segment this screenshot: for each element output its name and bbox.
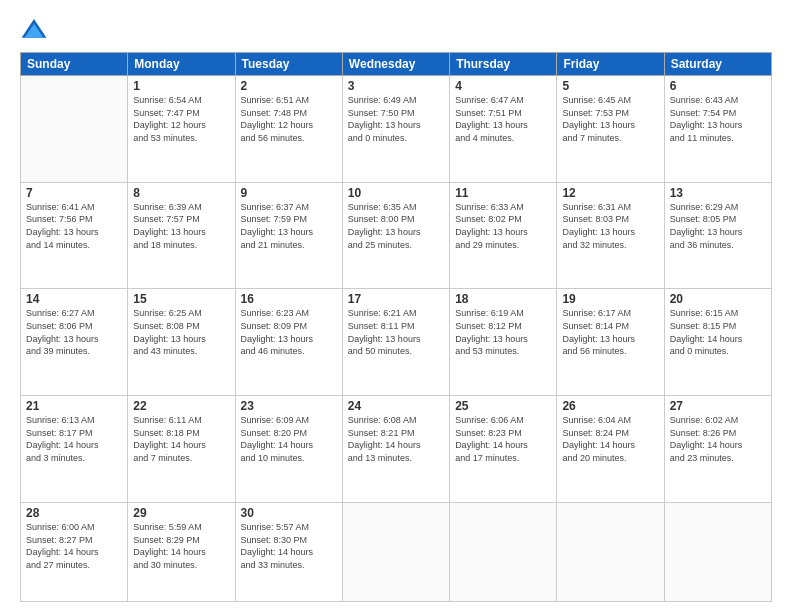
logo (20, 16, 52, 44)
day-number: 23 (241, 399, 337, 413)
day-cell: 20Sunrise: 6:15 AM Sunset: 8:15 PM Dayli… (664, 289, 771, 396)
day-cell (664, 502, 771, 601)
header-row: SundayMondayTuesdayWednesdayThursdayFrid… (21, 53, 772, 76)
day-info: Sunrise: 5:57 AM Sunset: 8:30 PM Dayligh… (241, 521, 337, 571)
calendar-body: 1Sunrise: 6:54 AM Sunset: 7:47 PM Daylig… (21, 76, 772, 602)
day-number: 5 (562, 79, 658, 93)
day-cell: 23Sunrise: 6:09 AM Sunset: 8:20 PM Dayli… (235, 396, 342, 503)
day-cell: 26Sunrise: 6:04 AM Sunset: 8:24 PM Dayli… (557, 396, 664, 503)
day-number: 12 (562, 186, 658, 200)
day-number: 7 (26, 186, 122, 200)
day-cell: 12Sunrise: 6:31 AM Sunset: 8:03 PM Dayli… (557, 182, 664, 289)
day-info: Sunrise: 6:11 AM Sunset: 8:18 PM Dayligh… (133, 414, 229, 464)
day-info: Sunrise: 6:31 AM Sunset: 8:03 PM Dayligh… (562, 201, 658, 251)
day-cell: 14Sunrise: 6:27 AM Sunset: 8:06 PM Dayli… (21, 289, 128, 396)
day-cell: 2Sunrise: 6:51 AM Sunset: 7:48 PM Daylig… (235, 76, 342, 183)
day-number: 6 (670, 79, 766, 93)
day-number: 3 (348, 79, 444, 93)
day-number: 20 (670, 292, 766, 306)
day-cell: 30Sunrise: 5:57 AM Sunset: 8:30 PM Dayli… (235, 502, 342, 601)
day-number: 29 (133, 506, 229, 520)
day-info: Sunrise: 6:49 AM Sunset: 7:50 PM Dayligh… (348, 94, 444, 144)
day-cell: 6Sunrise: 6:43 AM Sunset: 7:54 PM Daylig… (664, 76, 771, 183)
day-number: 17 (348, 292, 444, 306)
day-cell: 1Sunrise: 6:54 AM Sunset: 7:47 PM Daylig… (128, 76, 235, 183)
col-header-thursday: Thursday (450, 53, 557, 76)
day-info: Sunrise: 6:08 AM Sunset: 8:21 PM Dayligh… (348, 414, 444, 464)
day-cell: 4Sunrise: 6:47 AM Sunset: 7:51 PM Daylig… (450, 76, 557, 183)
day-number: 21 (26, 399, 122, 413)
day-number: 2 (241, 79, 337, 93)
day-number: 22 (133, 399, 229, 413)
col-header-tuesday: Tuesday (235, 53, 342, 76)
col-header-monday: Monday (128, 53, 235, 76)
day-cell: 3Sunrise: 6:49 AM Sunset: 7:50 PM Daylig… (342, 76, 449, 183)
day-number: 11 (455, 186, 551, 200)
day-cell: 15Sunrise: 6:25 AM Sunset: 8:08 PM Dayli… (128, 289, 235, 396)
day-cell: 24Sunrise: 6:08 AM Sunset: 8:21 PM Dayli… (342, 396, 449, 503)
day-number: 24 (348, 399, 444, 413)
week-row-5: 28Sunrise: 6:00 AM Sunset: 8:27 PM Dayli… (21, 502, 772, 601)
day-info: Sunrise: 6:45 AM Sunset: 7:53 PM Dayligh… (562, 94, 658, 144)
col-header-sunday: Sunday (21, 53, 128, 76)
day-cell: 18Sunrise: 6:19 AM Sunset: 8:12 PM Dayli… (450, 289, 557, 396)
day-info: Sunrise: 6:00 AM Sunset: 8:27 PM Dayligh… (26, 521, 122, 571)
day-info: Sunrise: 6:35 AM Sunset: 8:00 PM Dayligh… (348, 201, 444, 251)
day-number: 1 (133, 79, 229, 93)
day-cell: 17Sunrise: 6:21 AM Sunset: 8:11 PM Dayli… (342, 289, 449, 396)
day-cell: 22Sunrise: 6:11 AM Sunset: 8:18 PM Dayli… (128, 396, 235, 503)
day-cell: 11Sunrise: 6:33 AM Sunset: 8:02 PM Dayli… (450, 182, 557, 289)
day-info: Sunrise: 6:13 AM Sunset: 8:17 PM Dayligh… (26, 414, 122, 464)
day-number: 13 (670, 186, 766, 200)
day-number: 15 (133, 292, 229, 306)
day-info: Sunrise: 6:33 AM Sunset: 8:02 PM Dayligh… (455, 201, 551, 251)
day-info: Sunrise: 6:54 AM Sunset: 7:47 PM Dayligh… (133, 94, 229, 144)
day-number: 19 (562, 292, 658, 306)
calendar-table: SundayMondayTuesdayWednesdayThursdayFrid… (20, 52, 772, 602)
day-info: Sunrise: 6:39 AM Sunset: 7:57 PM Dayligh… (133, 201, 229, 251)
day-info: Sunrise: 6:37 AM Sunset: 7:59 PM Dayligh… (241, 201, 337, 251)
day-number: 26 (562, 399, 658, 413)
day-cell: 5Sunrise: 6:45 AM Sunset: 7:53 PM Daylig… (557, 76, 664, 183)
day-info: Sunrise: 6:47 AM Sunset: 7:51 PM Dayligh… (455, 94, 551, 144)
day-info: Sunrise: 6:04 AM Sunset: 8:24 PM Dayligh… (562, 414, 658, 464)
day-cell: 8Sunrise: 6:39 AM Sunset: 7:57 PM Daylig… (128, 182, 235, 289)
day-info: Sunrise: 6:27 AM Sunset: 8:06 PM Dayligh… (26, 307, 122, 357)
day-info: Sunrise: 6:06 AM Sunset: 8:23 PM Dayligh… (455, 414, 551, 464)
day-info: Sunrise: 6:43 AM Sunset: 7:54 PM Dayligh… (670, 94, 766, 144)
day-number: 8 (133, 186, 229, 200)
day-number: 10 (348, 186, 444, 200)
day-cell: 25Sunrise: 6:06 AM Sunset: 8:23 PM Dayli… (450, 396, 557, 503)
day-info: Sunrise: 6:21 AM Sunset: 8:11 PM Dayligh… (348, 307, 444, 357)
day-cell: 13Sunrise: 6:29 AM Sunset: 8:05 PM Dayli… (664, 182, 771, 289)
day-number: 28 (26, 506, 122, 520)
page: SundayMondayTuesdayWednesdayThursdayFrid… (0, 0, 792, 612)
week-row-4: 21Sunrise: 6:13 AM Sunset: 8:17 PM Dayli… (21, 396, 772, 503)
logo-icon (20, 16, 48, 44)
day-cell (557, 502, 664, 601)
day-cell: 16Sunrise: 6:23 AM Sunset: 8:09 PM Dayli… (235, 289, 342, 396)
day-info: Sunrise: 6:29 AM Sunset: 8:05 PM Dayligh… (670, 201, 766, 251)
day-info: Sunrise: 6:19 AM Sunset: 8:12 PM Dayligh… (455, 307, 551, 357)
day-info: Sunrise: 6:17 AM Sunset: 8:14 PM Dayligh… (562, 307, 658, 357)
day-number: 30 (241, 506, 337, 520)
week-row-1: 1Sunrise: 6:54 AM Sunset: 7:47 PM Daylig… (21, 76, 772, 183)
day-cell (21, 76, 128, 183)
day-cell: 28Sunrise: 6:00 AM Sunset: 8:27 PM Dayli… (21, 502, 128, 601)
header (20, 16, 772, 44)
week-row-2: 7Sunrise: 6:41 AM Sunset: 7:56 PM Daylig… (21, 182, 772, 289)
day-cell: 9Sunrise: 6:37 AM Sunset: 7:59 PM Daylig… (235, 182, 342, 289)
day-cell (450, 502, 557, 601)
day-info: Sunrise: 6:23 AM Sunset: 8:09 PM Dayligh… (241, 307, 337, 357)
day-cell: 27Sunrise: 6:02 AM Sunset: 8:26 PM Dayli… (664, 396, 771, 503)
day-cell: 10Sunrise: 6:35 AM Sunset: 8:00 PM Dayli… (342, 182, 449, 289)
day-info: Sunrise: 6:09 AM Sunset: 8:20 PM Dayligh… (241, 414, 337, 464)
day-info: Sunrise: 6:51 AM Sunset: 7:48 PM Dayligh… (241, 94, 337, 144)
col-header-wednesday: Wednesday (342, 53, 449, 76)
day-number: 27 (670, 399, 766, 413)
week-row-3: 14Sunrise: 6:27 AM Sunset: 8:06 PM Dayli… (21, 289, 772, 396)
day-number: 4 (455, 79, 551, 93)
day-cell: 7Sunrise: 6:41 AM Sunset: 7:56 PM Daylig… (21, 182, 128, 289)
day-cell: 21Sunrise: 6:13 AM Sunset: 8:17 PM Dayli… (21, 396, 128, 503)
day-info: Sunrise: 6:02 AM Sunset: 8:26 PM Dayligh… (670, 414, 766, 464)
